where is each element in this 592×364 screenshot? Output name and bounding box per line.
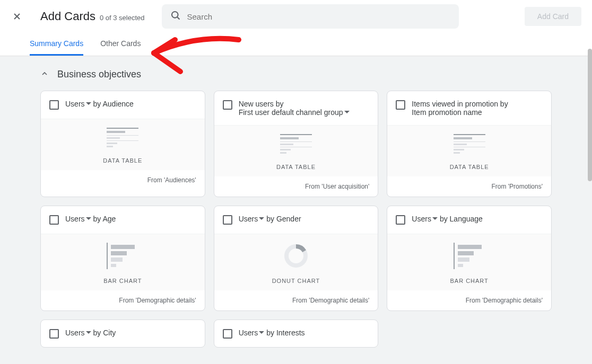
card-checkbox[interactable] [49, 100, 59, 110]
svg-rect-1 [107, 128, 138, 129]
svg-rect-12 [280, 147, 312, 147]
svg-rect-7 [107, 146, 113, 147]
svg-rect-18 [454, 144, 467, 145]
card-users-by-age: Users by Age BAR CHART From 'Demographic… [40, 206, 205, 311]
donut-chart-icon [283, 243, 309, 271]
dropdown-icon [259, 216, 264, 221]
card-title: Users by Age [65, 215, 116, 223]
card-checkbox[interactable] [223, 100, 232, 110]
card-preview: BAR CHART [41, 234, 205, 290]
search-icon [170, 10, 181, 23]
svg-rect-23 [111, 245, 135, 249]
svg-rect-31 [458, 258, 469, 262]
bar-chart-icon [454, 243, 485, 271]
metric-dropdown[interactable]: Users [412, 215, 438, 223]
metric-dropdown[interactable]: Users [65, 329, 91, 337]
header: Add Cards 0 of 3 selected Add Card [0, 0, 592, 33]
card-title: Users by Interests [239, 329, 305, 337]
card-checkbox[interactable] [49, 215, 59, 225]
search-box[interactable] [162, 4, 459, 29]
bar-chart-icon [107, 243, 138, 271]
dropdown-icon [432, 216, 438, 221]
svg-rect-10 [280, 141, 312, 142]
svg-rect-14 [280, 152, 286, 154]
svg-rect-6 [107, 143, 117, 144]
metric-dropdown[interactable]: Users [65, 215, 91, 223]
svg-rect-2 [107, 131, 125, 133]
card-items-viewed-promotion: Items viewed in promotion by Item promot… [387, 91, 552, 197]
card-title: Users by Audience [65, 100, 134, 108]
card-title: Items viewed in promotion by Item promot… [412, 100, 508, 117]
svg-rect-21 [454, 152, 460, 154]
svg-rect-17 [454, 141, 485, 142]
preview-label: DATA TABLE [276, 164, 316, 170]
card-users-by-city: Users by City [40, 319, 205, 348]
add-card-button[interactable]: Add Card [525, 7, 581, 26]
card-title: Users by City [65, 329, 116, 337]
dropdown-icon [344, 110, 350, 115]
card-header: New users by First user default channel … [214, 91, 378, 125]
svg-rect-13 [280, 149, 291, 150]
cards-grid: Users by Audience DATA TABLE From 'Audie… [40, 91, 552, 348]
preview-label: DONUT CHART [272, 278, 320, 284]
card-source: From 'Audiences' [41, 170, 205, 190]
metric-dropdown[interactable]: Users [65, 100, 91, 108]
preview-label: DATA TABLE [103, 157, 142, 164]
card-title: New users by First user default channel … [239, 100, 350, 117]
card-checkbox[interactable] [223, 215, 232, 225]
svg-rect-19 [454, 147, 485, 147]
tabs: Summary Cards Other Cards [0, 33, 592, 56]
card-preview: DATA TABLE [41, 119, 205, 170]
tab-summary-cards[interactable]: Summary Cards [30, 33, 83, 56]
card-checkbox[interactable] [396, 215, 405, 225]
svg-rect-16 [454, 137, 472, 139]
svg-rect-32 [458, 264, 463, 267]
section-header[interactable]: Business objectives [40, 69, 552, 80]
close-icon[interactable] [11, 10, 23, 23]
card-header: Users by Age [41, 206, 205, 234]
svg-rect-25 [111, 258, 123, 262]
card-header: Users by Gender [214, 206, 378, 234]
card-users-by-audience: Users by Audience DATA TABLE From 'Audie… [40, 91, 205, 197]
svg-rect-26 [111, 264, 116, 267]
svg-rect-4 [107, 137, 120, 139]
preview-label: BAR CHART [103, 278, 142, 284]
card-header: Users by Audience [41, 91, 205, 119]
svg-rect-3 [107, 135, 138, 136]
data-table-icon [107, 128, 138, 151]
card-users-by-interests: Users by Interests [214, 319, 379, 348]
dropdown-icon [86, 101, 91, 106]
svg-rect-20 [454, 149, 464, 150]
svg-point-0 [171, 12, 178, 18]
selection-count: 0 of 3 selected [100, 14, 145, 22]
dimension-dropdown[interactable]: First user default channel group [239, 108, 350, 117]
svg-rect-22 [107, 243, 108, 269]
section-title: Business objectives [57, 69, 141, 80]
card-source: From 'User acquisition' [214, 176, 378, 197]
metric-dropdown[interactable]: Users [239, 215, 265, 223]
svg-rect-29 [458, 245, 482, 249]
search-input[interactable] [187, 12, 450, 21]
card-header: Items viewed in promotion by Item promot… [387, 91, 551, 125]
card-title: Users by Gender [239, 215, 301, 223]
card-header: Users by Language [387, 206, 551, 234]
tab-other-cards[interactable]: Other Cards [100, 33, 141, 56]
card-header: Users by City [41, 320, 205, 347]
card-source: From 'Demographic details' [41, 290, 205, 310]
card-checkbox[interactable] [223, 329, 232, 339]
card-preview: DONUT CHART [214, 234, 378, 290]
card-checkbox[interactable] [396, 100, 405, 110]
card-title: Users by Language [412, 215, 483, 223]
card-preview: DATA TABLE [214, 125, 378, 176]
card-users-by-gender: Users by Gender DONUT CHART From 'Demogr… [214, 206, 379, 311]
svg-rect-9 [280, 137, 299, 139]
svg-rect-28 [454, 243, 455, 269]
scrollbar[interactable] [588, 49, 592, 181]
svg-rect-30 [458, 251, 474, 255]
card-source: From 'Demographic details' [387, 290, 551, 310]
metric-dropdown[interactable]: Users [239, 329, 265, 337]
svg-rect-24 [111, 251, 127, 255]
card-source: From 'Demographic details' [214, 290, 378, 310]
card-checkbox[interactable] [49, 329, 59, 339]
dropdown-icon [86, 216, 91, 221]
